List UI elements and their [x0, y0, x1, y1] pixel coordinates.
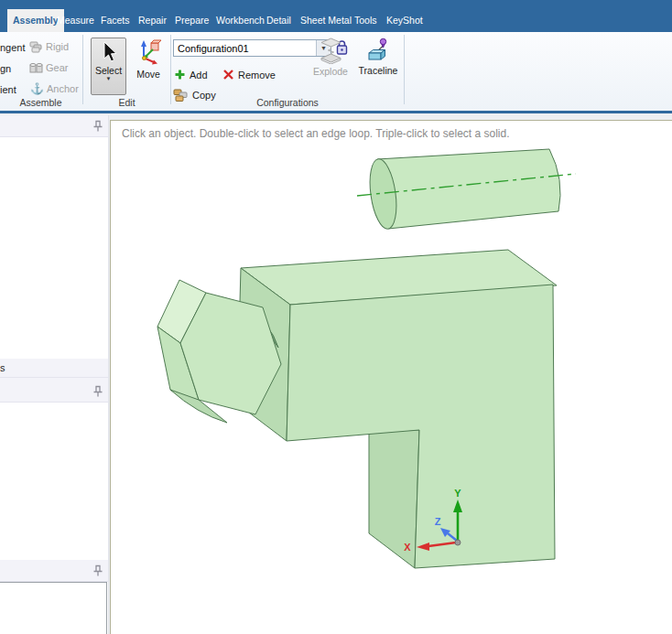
rigid-icon: [29, 40, 43, 53]
add-plus-icon: [174, 69, 186, 81]
model-viewport[interactable]: Y X Z: [111, 121, 672, 634]
explode-icon: [319, 38, 343, 64]
remove-configuration-button[interactable]: Remove: [222, 69, 276, 81]
move-triad-icon: [135, 39, 161, 67]
move-button[interactable]: Move: [129, 38, 168, 93]
select-label: Select: [95, 65, 122, 76]
pin-icon[interactable]: [92, 385, 103, 398]
ribbon-tab-bar: Assembly Measure Facets Repair Prepare W…: [0, 0, 672, 32]
traceline-label: Traceline: [359, 65, 398, 76]
tab-keyshot[interactable]: KeyShot: [381, 9, 428, 32]
traceline-icon: [366, 38, 390, 63]
group-separator: [170, 35, 171, 104]
traceline-button[interactable]: Traceline: [354, 38, 402, 89]
axis-y-label: Y: [454, 488, 461, 499]
align-button-fragment[interactable]: gn: [0, 63, 11, 74]
rigid-button[interactable]: Rigid: [29, 40, 69, 53]
remove-label: Remove: [238, 70, 276, 81]
chevron-down-icon: ▼: [106, 76, 112, 81]
anchor-label: Anchor: [47, 83, 79, 94]
tab-measure[interactable]: Measure: [51, 9, 100, 32]
rigid-label: Rigid: [46, 41, 69, 52]
ribbon-toolbar: ngent gn ient Rigid Gear ⚓ Anchor Assemb…: [0, 32, 672, 111]
pin-icon[interactable]: [92, 564, 103, 577]
gear-button[interactable]: Gear: [29, 61, 68, 74]
axis-z-label: Z: [435, 516, 441, 527]
configuration-combobox[interactable]: ▼: [173, 39, 331, 57]
anchor-icon: ⚓: [30, 82, 44, 95]
gear-icon: [29, 61, 43, 74]
group-separator: [82, 35, 83, 104]
assemble-group-label: Assemble: [0, 97, 81, 108]
group-separator: [404, 35, 405, 104]
orient-button-fragment[interactable]: ient: [0, 84, 16, 95]
select-button[interactable]: Select ▼: [91, 38, 126, 95]
triad-origin-dot: [455, 540, 461, 545]
properties-panel-header: [0, 560, 108, 582]
section-title-fragment: s: [0, 362, 5, 373]
configurations-group-label: Configurations: [171, 97, 404, 108]
configuration-combobox-input[interactable]: [174, 41, 316, 55]
explode-label: Explode: [313, 66, 348, 77]
add-label: Add: [190, 70, 208, 81]
tab-tools[interactable]: Tools: [349, 9, 383, 32]
anchor-button[interactable]: ⚓ Anchor: [30, 82, 79, 95]
tab-sheet-metal[interactable]: Sheet Metal: [295, 9, 357, 32]
tab-repair[interactable]: Repair: [133, 9, 172, 32]
add-configuration-button[interactable]: Add: [174, 69, 208, 81]
l-block-solid[interactable]: [237, 250, 557, 568]
tab-prepare[interactable]: Prepare: [169, 9, 214, 32]
gear-label: Gear: [46, 62, 68, 73]
select-cursor-icon: [101, 41, 117, 63]
options-panel-header: [0, 378, 108, 403]
remove-x-icon: [222, 69, 234, 81]
design-canvas[interactable]: Click an object. Double-click to select …: [110, 120, 672, 634]
tab-detail[interactable]: Detail: [261, 9, 297, 32]
move-label: Move: [136, 69, 160, 80]
edit-group-label: Edit: [83, 97, 170, 108]
tab-facets[interactable]: Facets: [95, 9, 135, 32]
pin-icon[interactable]: [92, 120, 103, 133]
structure-panel-header: [0, 115, 108, 137]
properties-panel-box: [0, 582, 107, 634]
section-band: s: [0, 359, 108, 378]
cylinder-solid[interactable]: [357, 149, 576, 231]
side-panel: s: [0, 115, 109, 634]
axis-x-label: X: [404, 542, 411, 553]
explode-button[interactable]: Explode: [311, 38, 350, 89]
tangent-button-fragment[interactable]: ngent: [0, 42, 26, 53]
